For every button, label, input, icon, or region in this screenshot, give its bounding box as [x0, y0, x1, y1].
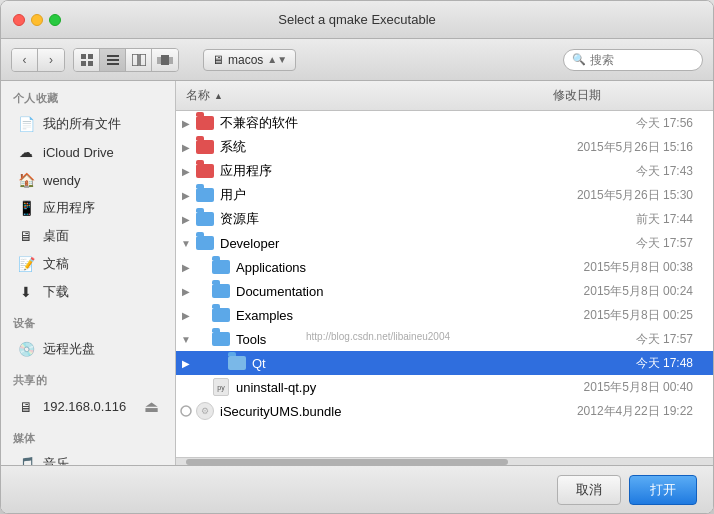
file-date: 前天 17:44	[543, 211, 713, 228]
file-date: 2015年5月8日 00:38	[543, 259, 713, 276]
table-row[interactable]: ▶ Documentation 2015年5月8日 00:24	[176, 279, 713, 303]
chevron-down-icon: ▲▼	[267, 54, 287, 65]
file-date: 2015年5月8日 00:25	[543, 307, 713, 324]
file-date: 今天 17:57	[543, 331, 713, 348]
sidebar: 个人收藏 📄 我的所有文件 ☁ iCloud Drive 🏠 wendy 📱 应…	[1, 81, 176, 465]
file-date: 今天 17:48	[543, 355, 713, 372]
file-name: uninstall-qt.py	[236, 380, 543, 395]
file-date: 2015年5月26日 15:30	[543, 187, 713, 204]
sidebar-item-docs[interactable]: 📝 文稿	[5, 251, 171, 277]
sidebar-item-remote-disk[interactable]: 💿 远程光盘	[5, 336, 171, 362]
expand-icon[interactable]: ▶	[176, 262, 196, 273]
expand-icon[interactable]: ▼	[176, 334, 196, 345]
col-name-header[interactable]: 名称 ▲	[176, 85, 543, 106]
sort-asc-icon: ▲	[214, 91, 223, 101]
table-row[interactable]: ⚙ iSecurityUMS.bundle 2012年4月22日 19:22	[176, 399, 713, 423]
sidebar-item-apps[interactable]: 📱 应用程序	[5, 195, 171, 221]
apps-icon: 📱	[17, 199, 35, 217]
sidebar-item-label: 应用程序	[43, 199, 95, 217]
table-row[interactable]: ▶ Examples 2015年5月8日 00:25	[176, 303, 713, 327]
search-icon: 🔍	[572, 53, 586, 66]
file-name: Qt	[252, 356, 543, 371]
expand-icon[interactable]: ▶	[176, 310, 196, 321]
sidebar-item-label: 音乐	[43, 455, 69, 465]
expand-icon[interactable]: ▶	[176, 358, 196, 369]
svg-rect-4	[107, 55, 119, 57]
horizontal-scrollbar[interactable]	[176, 457, 713, 465]
bundle-icon: ⚙	[196, 402, 214, 420]
cancel-button[interactable]: 取消	[557, 475, 621, 505]
table-row[interactable]: ▶ Qt 今天 17:48	[176, 351, 713, 375]
expand-icon[interactable]: ▶	[176, 214, 196, 225]
expand-icon[interactable]: ▼	[176, 238, 196, 249]
sidebar-item-downloads[interactable]: ⬇ 下载	[5, 279, 171, 305]
music-icon: 🎵	[17, 455, 35, 465]
sidebar-item-icloud[interactable]: ☁ iCloud Drive	[5, 139, 171, 165]
sidebar-section-media: 媒体	[1, 421, 175, 450]
sidebar-item-ip[interactable]: 🖥 192.168.0.116 ⏏	[5, 393, 171, 420]
close-button[interactable]	[13, 14, 25, 26]
sidebar-item-wendy[interactable]: 🏠 wendy	[5, 167, 171, 193]
search-input[interactable]	[590, 53, 694, 67]
file-name: 不兼容的软件	[220, 114, 543, 132]
table-row[interactable]: ▶ 用户 2015年5月26日 15:30	[176, 183, 713, 207]
expand-icon[interactable]: ▶	[176, 286, 196, 297]
svg-rect-3	[88, 61, 93, 66]
file-name: Developer	[220, 236, 543, 251]
back-button[interactable]: ‹	[12, 49, 38, 71]
expand-icon[interactable]: ▶	[176, 190, 196, 201]
file-list-container: 名称 ▲ 修改日期 ▶ 不兼容的软件 今天 17:56 ▶	[176, 81, 713, 465]
table-row[interactable]: ▶ 应用程序 今天 17:43	[176, 159, 713, 183]
table-row[interactable]: ▶ Applications 2015年5月8日 00:38	[176, 255, 713, 279]
forward-button[interactable]: ›	[38, 49, 64, 71]
col-name-label: 名称	[186, 87, 210, 104]
table-row[interactable]: ▼ Tools 今天 17:57 http://blog.csdn.net/li…	[176, 327, 713, 351]
view-buttons	[73, 48, 179, 72]
sidebar-item-label: iCloud Drive	[43, 145, 114, 160]
file-date: 今天 17:57	[543, 235, 713, 252]
desktop-icon: 🖥	[17, 227, 35, 245]
coverflow-view-button[interactable]	[152, 49, 178, 71]
docs-icon: 📝	[17, 255, 35, 273]
list-view-button[interactable]	[100, 49, 126, 71]
minimize-button[interactable]	[31, 14, 43, 26]
expand-icon[interactable]: ▶	[176, 118, 196, 129]
file-name: 系统	[220, 138, 543, 156]
svg-point-12	[181, 406, 191, 416]
icon-view-button[interactable]	[74, 49, 100, 71]
open-button[interactable]: 打开	[629, 475, 697, 505]
table-row[interactable]: ▶ 系统 2015年5月26日 15:16	[176, 135, 713, 159]
home-icon: 🏠	[17, 171, 35, 189]
folder-icon	[212, 306, 230, 324]
svg-rect-9	[161, 55, 169, 65]
sidebar-item-label: 文稿	[43, 255, 69, 273]
folder-icon	[196, 162, 214, 180]
table-row[interactable]: ▼ Developer 今天 17:57	[176, 231, 713, 255]
sidebar-section-shared: 共享的	[1, 363, 175, 392]
table-row[interactable]: ▶ py uninstall-qt.py 2015年5月8日 00:40	[176, 375, 713, 399]
table-row[interactable]: ▶ 资源库 前天 17:44	[176, 207, 713, 231]
expand-icon	[176, 405, 196, 417]
sidebar-item-desktop[interactable]: 🖥 桌面	[5, 223, 171, 249]
traffic-lights	[13, 14, 61, 26]
svg-rect-0	[81, 54, 86, 59]
window-title: Select a qmake Executable	[278, 12, 436, 27]
col-date-header[interactable]: 修改日期	[543, 85, 713, 106]
sidebar-item-all-files[interactable]: 📄 我的所有文件	[5, 111, 171, 137]
maximize-button[interactable]	[49, 14, 61, 26]
location-dropdown[interactable]: 🖥 macos ▲▼	[203, 49, 296, 71]
sidebar-item-music[interactable]: 🎵 音乐	[5, 451, 171, 465]
svg-rect-1	[88, 54, 93, 59]
eject-icon[interactable]: ⏏	[144, 397, 159, 416]
folder-icon	[228, 354, 246, 372]
folder-icon	[212, 258, 230, 276]
expand-icon[interactable]: ▶	[176, 142, 196, 153]
column-view-button[interactable]	[126, 49, 152, 71]
file-name: 用户	[220, 186, 543, 204]
file-date: 2012年4月22日 19:22	[543, 403, 713, 420]
expand-icon[interactable]: ▶	[176, 166, 196, 177]
svg-rect-5	[107, 59, 119, 61]
file-name: Documentation	[236, 284, 543, 299]
scrollbar-thumb[interactable]	[186, 459, 508, 465]
table-row[interactable]: ▶ 不兼容的软件 今天 17:56	[176, 111, 713, 135]
